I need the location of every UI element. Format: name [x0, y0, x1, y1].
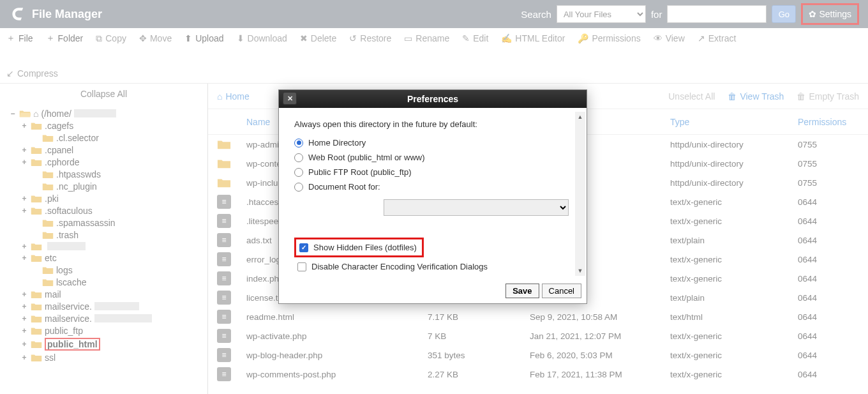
tree-item[interactable]: +.cl.selector — [9, 132, 205, 144]
document-root-select[interactable] — [384, 199, 569, 216]
upload-button[interactable]: ⬆Upload — [183, 31, 225, 45]
tree-item[interactable]: +.nc_plugin — [9, 180, 205, 192]
tree-item[interactable]: +logs — [9, 264, 205, 276]
table-row[interactable]: ≡readme.html7.17 KBSep 9, 2021, 10:58 AM… — [208, 307, 868, 326]
search-input[interactable] — [667, 5, 767, 23]
tree-item[interactable]: +public_ftp — [9, 324, 205, 337]
radio-icon — [294, 139, 303, 148]
file-permissions: 0644 — [791, 370, 868, 379]
expand-toggle[interactable]: + — [20, 121, 28, 130]
restore-button[interactable]: ↺Restore — [348, 31, 393, 45]
checkbox-disable-encoding[interactable] — [297, 262, 306, 271]
unselect-all-button[interactable]: Unselect All — [668, 91, 715, 102]
checkbox-show-hidden[interactable]: ✓ — [299, 243, 308, 252]
file-type: text/x-generic — [664, 370, 791, 379]
save-button[interactable]: Save — [505, 284, 539, 298]
top-bar: File Manager Search All Your Files for G… — [0, 0, 868, 28]
show-hidden-label: Show Hidden Files (dotfiles) — [313, 243, 417, 252]
tree-item[interactable]: +.pki — [9, 192, 205, 204]
expand-toggle[interactable]: + — [20, 158, 28, 167]
move-button[interactable]: ✥Move — [138, 31, 173, 45]
home-crumb[interactable]: ⌂Home — [217, 91, 250, 102]
expand-toggle[interactable]: + — [20, 290, 28, 299]
expand-toggle[interactable]: + — [20, 194, 28, 203]
col-type[interactable]: Type — [664, 117, 791, 127]
tree-item[interactable]: +.trash — [9, 229, 205, 241]
expand-toggle[interactable]: + — [20, 340, 28, 349]
table-row[interactable]: ≡wp-comments-post.php2.27 KBFeb 17, 2021… — [208, 365, 868, 384]
cancel-button[interactable]: Cancel — [542, 284, 581, 298]
expand-toggle[interactable]: + — [20, 206, 28, 215]
file-permissions: 0755 — [791, 140, 868, 149]
scroll-up-icon[interactable]: ▲ — [575, 112, 585, 122]
copy-button[interactable]: ⧉Copy — [94, 31, 128, 46]
go-button[interactable]: Go — [772, 5, 796, 23]
tree-item[interactable]: +lscache — [9, 276, 205, 288]
table-row[interactable]: ≡wp-blog-header.php351 bytesFeb 6, 2020,… — [208, 345, 868, 365]
tree-item[interactable]: +mail — [9, 288, 205, 300]
file-name: wp-activate.php — [240, 331, 421, 341]
tree-root[interactable]: − ⌂ (/home/ — [9, 107, 205, 119]
tree-item[interactable]: +.cagefs — [9, 119, 205, 132]
compress-button[interactable]: ↙Compress — [5, 66, 59, 80]
tree-item[interactable]: +.softaculous — [9, 204, 205, 216]
tree-item[interactable]: +ssl — [9, 351, 205, 363]
expand-toggle[interactable]: + — [20, 242, 28, 251]
expand-toggle[interactable]: + — [20, 326, 28, 335]
file-permissions: 0644 — [791, 197, 868, 207]
file-permissions: 0644 — [791, 236, 868, 245]
tree-item[interactable]: +.spamassassin — [9, 216, 205, 229]
scroll-down-icon[interactable]: ▼ — [575, 266, 585, 276]
tree-item[interactable]: +.htpasswds — [9, 168, 205, 180]
redacted — [94, 302, 139, 310]
view-button[interactable]: 👁View — [652, 31, 686, 45]
disable-encoding-row[interactable]: Disable Character Encoding Verification … — [297, 260, 571, 273]
expand-toggle[interactable]: + — [20, 254, 28, 262]
file-type: text/html — [664, 312, 791, 322]
delete-button[interactable]: ✖Delete — [299, 31, 338, 45]
modal-scrollbar[interactable]: ▲ ▼ — [575, 112, 585, 276]
delete-icon: ✖ — [300, 33, 308, 43]
radio-document-root[interactable]: Document Root for: — [294, 179, 571, 194]
table-row[interactable]: ≡wp-activate.php7 KBJan 21, 2021, 12:07 … — [208, 326, 868, 345]
trash-icon: 🗑 — [728, 91, 737, 102]
tree-item[interactable]: +.cpanel — [9, 144, 205, 156]
collapse-toggle[interactable]: − — [9, 109, 17, 118]
file-permissions: 0644 — [791, 293, 868, 303]
file-name: readme.html — [240, 312, 421, 322]
app-title: File Manager — [32, 8, 102, 21]
download-button[interactable]: ⬇Download — [236, 31, 288, 45]
radio-ftp-root[interactable]: Public FTP Root (public_ftp) — [294, 165, 571, 179]
edit-button[interactable]: ✎Edit — [461, 31, 490, 45]
col-permissions[interactable]: Permissions — [791, 117, 868, 127]
tree-label: .pki — [45, 193, 59, 204]
radio-home-directory[interactable]: Home Directory — [294, 135, 571, 150]
file-button[interactable]: ＋File — [5, 31, 34, 46]
collapse-all-button[interactable]: Collapse All — [3, 86, 205, 105]
rename-icon: ▭ — [404, 33, 412, 43]
tree-item[interactable]: + — [9, 241, 205, 252]
expand-toggle[interactable]: + — [20, 302, 28, 311]
folder-open-icon — [19, 109, 31, 118]
html-editor-button[interactable]: ✍HTML Editor — [500, 31, 566, 45]
tree-item[interactable]: +.cphorde — [9, 156, 205, 168]
tree-item[interactable]: +etc — [9, 252, 205, 264]
rename-button[interactable]: ▭Rename — [403, 31, 451, 45]
modal-close-button[interactable]: ✕ — [283, 92, 297, 105]
tree-item[interactable]: +public_html — [9, 337, 205, 351]
permissions-button[interactable]: 🔑Permissions — [576, 31, 641, 45]
empty-trash-button[interactable]: 🗑Empty Trash — [797, 91, 859, 102]
tree-item[interactable]: +mailservice. — [9, 300, 205, 312]
search-scope-select[interactable]: All Your Files — [557, 5, 646, 23]
extract-button[interactable]: ↗Extract — [696, 31, 738, 45]
radio-web-root[interactable]: Web Root (public_html or www) — [294, 150, 571, 165]
expand-toggle[interactable]: + — [20, 353, 28, 362]
view-trash-button[interactable]: 🗑View Trash — [728, 91, 784, 102]
tree-label: mailservice. — [45, 301, 92, 312]
tree-item[interactable]: +mailservice. — [9, 312, 205, 324]
folder-icon — [217, 137, 231, 151]
expand-toggle[interactable]: + — [20, 314, 28, 323]
settings-button[interactable]: ✿ Settings — [805, 6, 855, 22]
folder-button[interactable]: ＋Folder — [45, 31, 85, 46]
expand-toggle[interactable]: + — [20, 146, 28, 155]
